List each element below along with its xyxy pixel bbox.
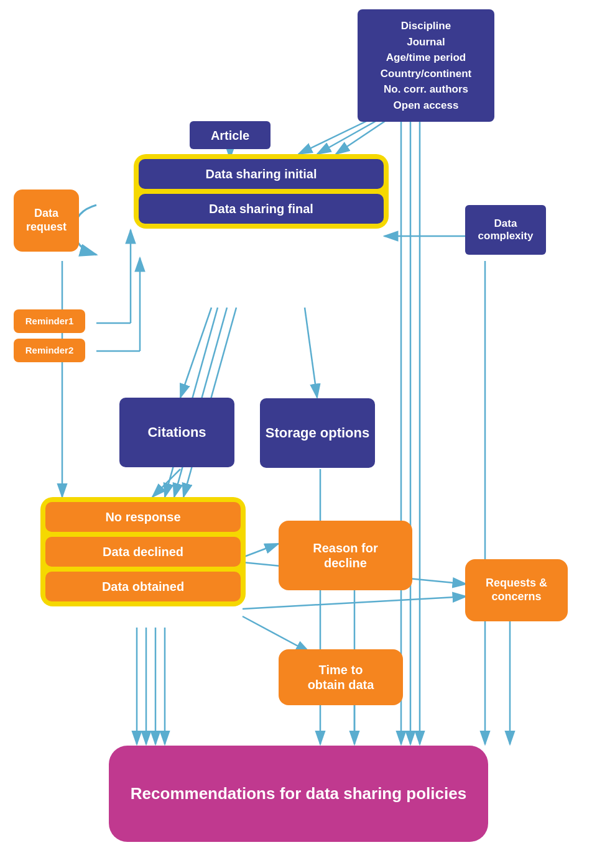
- time-to-obtain-label: Time to obtain data: [308, 662, 374, 692]
- diagram-container: Discipline Journal Age/time period Count…: [0, 0, 592, 868]
- article-label: Article: [211, 128, 249, 143]
- data-sharing-final: Data sharing final: [139, 194, 384, 224]
- reminder1-label: Reminder1: [25, 316, 74, 327]
- reminder2-label: Reminder2: [25, 345, 74, 356]
- reminder2-box: Reminder2: [14, 339, 85, 362]
- reason-decline-box: Reason for decline: [279, 521, 412, 590]
- data-complexity-box: Data complexity: [465, 205, 546, 255]
- reason-decline-label: Reason for decline: [313, 541, 377, 570]
- svg-line-14: [152, 469, 180, 497]
- svg-line-18: [243, 544, 279, 557]
- data-request-box: Data request: [14, 190, 79, 252]
- requests-concerns-box: Requests & concerns: [465, 559, 568, 621]
- data-request-label: Data request: [26, 207, 67, 234]
- svg-line-20: [243, 596, 466, 609]
- recommendations-box: Recommendations for data sharing policie…: [109, 746, 488, 842]
- data-obtained-box: Data obtained: [45, 572, 241, 601]
- storage-options-box: Storage options: [260, 398, 375, 468]
- time-to-obtain-box: Time to obtain data: [279, 649, 403, 705]
- data-sharing-wrapper: Data sharing initial Data sharing final: [134, 154, 389, 229]
- article-attributes-label: Discipline Journal Age/time period Count…: [381, 18, 471, 113]
- no-response-box: No response: [45, 502, 241, 532]
- requests-concerns-label: Requests & concerns: [486, 577, 547, 603]
- data-declined-box: Data declined: [45, 537, 241, 567]
- citations-label: Citations: [147, 424, 206, 441]
- storage-options-label: Storage options: [266, 425, 369, 441]
- recommendations-label: Recommendations for data sharing policie…: [131, 784, 466, 803]
- data-complexity-label: Data complexity: [478, 217, 534, 243]
- svg-line-8: [305, 308, 317, 398]
- reminder1-box: Reminder1: [14, 309, 85, 333]
- citations-box: Citations: [119, 398, 234, 467]
- article-attributes-box: Discipline Journal Age/time period Count…: [358, 9, 494, 122]
- svg-line-21: [243, 616, 310, 652]
- outcomes-wrapper: No response Data declined Data obtained: [40, 497, 246, 606]
- data-sharing-initial: Data sharing initial: [139, 159, 384, 189]
- article-box: Article: [190, 121, 271, 149]
- svg-line-7: [180, 308, 211, 398]
